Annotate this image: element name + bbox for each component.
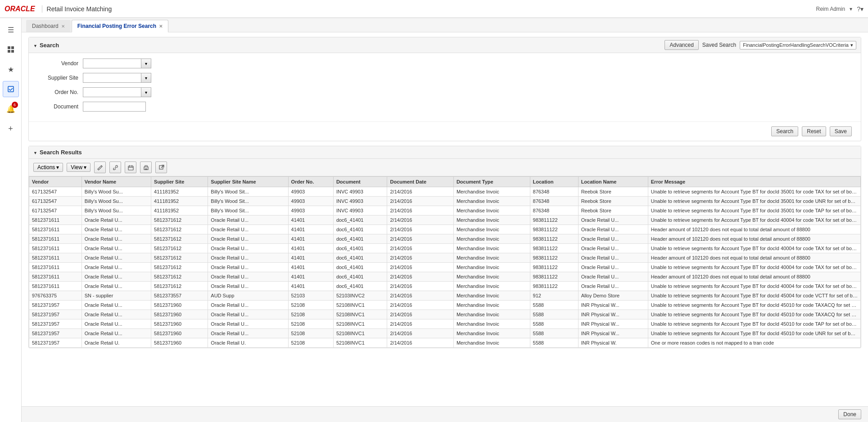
cell-8-4: 41401 xyxy=(288,263,333,272)
cell-14-0: 5812371957 xyxy=(29,319,82,329)
cell-16-5: 52108INVC1 xyxy=(333,338,387,348)
user-info: Reim Admin xyxy=(816,6,845,12)
cell-1-4: 49903 xyxy=(288,197,333,206)
saved-search-select[interactable]: FinancialPostingErrorHandlingSearchVOCri… xyxy=(740,41,856,49)
document-input[interactable] xyxy=(83,102,146,112)
cell-8-2: 5812371612 xyxy=(151,263,208,272)
done-button[interactable]: Done xyxy=(838,409,861,419)
main-content: Dashboard ✕ Financial Posting Error Sear… xyxy=(22,18,868,422)
sidebar-icon-tasks[interactable] xyxy=(3,81,19,97)
cell-11-2: 5812373557 xyxy=(151,291,208,301)
table-row[interactable]: 5812371611Oracle Retail U...5812371612Or… xyxy=(29,244,861,253)
cell-1-6: 2/14/2016 xyxy=(387,197,453,206)
tab-dashboard[interactable]: Dashboard ✕ xyxy=(26,20,71,32)
tab-financial-posting[interactable]: Financial Posting Error Search ✕ xyxy=(72,20,168,32)
save-button[interactable]: Save xyxy=(830,126,852,136)
saved-search-dropdown-icon[interactable]: ▾ xyxy=(850,42,853,48)
col-header-location: Location xyxy=(530,177,578,187)
view-button[interactable]: View ▾ xyxy=(67,163,90,172)
vendor-dropdown-btn[interactable]: ▾ xyxy=(141,58,151,68)
cell-2-0: 617132547 xyxy=(29,206,82,215)
order-no-input[interactable] xyxy=(83,87,141,97)
print-icon-btn[interactable] xyxy=(140,162,152,173)
help-icon[interactable]: ?▾ xyxy=(857,5,863,13)
cell-4-10: Header amount of 102120 does not equal t… xyxy=(648,225,860,234)
vendor-control: ▾ xyxy=(83,58,151,68)
vendor-label: Vendor xyxy=(38,60,83,67)
tab-dashboard-close[interactable]: ✕ xyxy=(61,24,65,29)
advanced-button[interactable]: Advanced xyxy=(665,40,698,50)
cell-9-0: 5812371611 xyxy=(29,272,82,282)
cell-15-1: Oracle Retail U... xyxy=(81,329,151,338)
cell-14-10: Unable to retrieve segments for Account … xyxy=(648,319,860,329)
actions-label: Actions xyxy=(37,164,55,171)
cell-1-8: 876348 xyxy=(530,197,578,206)
cell-7-3: Oracle Retail U... xyxy=(208,253,288,263)
results-collapse-icon[interactable] xyxy=(33,149,37,156)
sidebar-icon-grid[interactable] xyxy=(3,41,19,58)
table-row[interactable]: 5812371611Oracle Retail U...5812371612Or… xyxy=(29,272,861,282)
table-row[interactable]: 5812371957Oracle Retail U...5812371960Or… xyxy=(29,301,861,310)
cell-3-6: 2/14/2016 xyxy=(387,215,453,225)
detach-icon-btn[interactable] xyxy=(155,162,167,173)
cell-15-9: INR Physical W... xyxy=(578,329,648,338)
export-icon-btn[interactable] xyxy=(125,162,136,173)
cell-1-9: Reebok Store xyxy=(578,197,648,206)
table-row[interactable]: 5812371611Oracle Retail U...5812371612Or… xyxy=(29,253,861,263)
table-row[interactable]: 5812371611Oracle Retail U...5812371612Or… xyxy=(29,234,861,244)
table-row[interactable]: 5812371957Oracle Retail U...5812371960Or… xyxy=(29,310,861,319)
cell-0-8: 876348 xyxy=(530,187,578,197)
supplier-site-dropdown-btn[interactable]: ▾ xyxy=(141,73,151,83)
table-row[interactable]: 5812371611Oracle Retail U...5812371612Or… xyxy=(29,282,861,291)
table-row[interactable]: 5812371611Oracle Retail U...5812371612Or… xyxy=(29,263,861,272)
sidebar-icon-add[interactable]: + xyxy=(3,121,19,137)
cell-13-10: Unable to retrieve segments for Account … xyxy=(648,310,860,319)
actions-button[interactable]: Actions ▾ xyxy=(33,163,63,172)
cell-16-4: 52108 xyxy=(288,338,333,348)
table-row[interactable]: 617132547Billy's Wood Su...411181952Bill… xyxy=(29,197,861,206)
search-panel: Search Advanced Saved Search FinancialPo… xyxy=(28,37,861,141)
cell-6-6: 2/14/2016 xyxy=(387,244,453,253)
svg-rect-6 xyxy=(144,167,148,170)
cell-16-2: 5812371960 xyxy=(151,338,208,348)
link-icon-btn[interactable] xyxy=(109,162,121,173)
table-row[interactable]: 5812371957Oracle Retail U...5812371960Or… xyxy=(29,329,861,338)
cell-10-3: Oracle Retail U... xyxy=(208,282,288,291)
svg-rect-5 xyxy=(128,166,133,170)
cell-4-0: 5812371611 xyxy=(29,225,82,234)
cell-15-4: 52108 xyxy=(288,329,333,338)
sidebar-icon-favorites[interactable]: ★ xyxy=(3,61,19,77)
cell-14-2: 5812371960 xyxy=(151,319,208,329)
tab-financial-posting-close[interactable]: ✕ xyxy=(159,24,163,29)
order-no-dropdown-btn[interactable]: ▾ xyxy=(141,87,151,97)
supplier-site-input[interactable] xyxy=(83,73,141,83)
search-collapse-icon[interactable] xyxy=(33,42,37,49)
table-row[interactable]: 5812371957Oracle Retail U.5812371960Orac… xyxy=(29,338,861,348)
table-row[interactable]: 5812371957Oracle Retail U...5812371960Or… xyxy=(29,319,861,329)
cell-4-9: Oracle Retail U... xyxy=(578,225,648,234)
search-button[interactable]: Search xyxy=(771,126,798,136)
svg-rect-4 xyxy=(8,86,14,92)
cell-4-1: Oracle Retail U... xyxy=(81,225,151,234)
sidebar-icon-notifications[interactable]: 🔔 6 xyxy=(3,101,19,117)
cell-12-8: 5588 xyxy=(530,301,578,310)
edit-icon-btn[interactable] xyxy=(94,162,106,173)
results-table-container[interactable]: VendorVendor NameSupplier SiteSupplier S… xyxy=(29,176,861,348)
sidebar-icon-menu[interactable]: ☰ xyxy=(3,22,19,38)
table-row[interactable]: 976763375SN - supplier5812373557AUD Supp… xyxy=(29,291,861,301)
cell-0-7: Merchandise Invoic xyxy=(453,187,530,197)
cell-2-8: 876348 xyxy=(530,206,578,215)
reset-button[interactable]: Reset xyxy=(802,126,826,136)
column-header-row: VendorVendor NameSupplier SiteSupplier S… xyxy=(29,177,861,187)
vendor-input[interactable] xyxy=(83,58,141,68)
table-row[interactable]: 5812371611Oracle Retail U...5812371612Or… xyxy=(29,225,861,234)
cell-8-9: Oracle Retail U... xyxy=(578,263,648,272)
table-row[interactable]: 617132547Billy's Wood Su...411181952Bill… xyxy=(29,187,861,197)
table-row[interactable]: 617132547Billy's Wood Su...411181952Bill… xyxy=(29,206,861,215)
user-dropdown-icon[interactable]: ▾ xyxy=(850,6,852,12)
cell-3-3: Oracle Retail U... xyxy=(208,215,288,225)
cell-7-7: Merchandise Invoic xyxy=(453,253,530,263)
table-row[interactable]: 5812371611Oracle Retail U...5812371612Or… xyxy=(29,215,861,225)
top-bar: ORACLE Retail Invoice Matching Reim Admi… xyxy=(0,0,868,18)
cell-1-3: Billy's Wood Sit... xyxy=(208,197,288,206)
